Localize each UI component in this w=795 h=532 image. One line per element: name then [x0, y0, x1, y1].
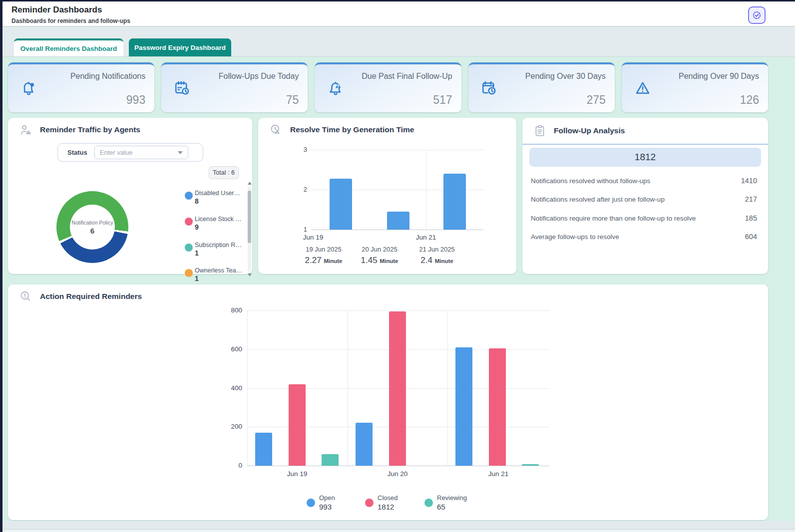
- kpi-pending-over-90-days[interactable]: Pending Over 90 Days 126: [622, 62, 768, 112]
- action-bar-open-jun-19[interactable]: [255, 433, 272, 466]
- stat-value: 2.27: [305, 256, 322, 265]
- stat-date: 19 Jun 2025: [291, 246, 356, 253]
- scrollbar-thumb[interactable]: [248, 191, 251, 243]
- calendar-clock-icon: [480, 79, 498, 99]
- followup-analysis-panel: Follow-Up Analysis 1812 Notifications re…: [522, 118, 768, 274]
- panel-title: Reminder Traffic by Agents: [40, 125, 140, 134]
- legend-dot-icon: [185, 244, 193, 252]
- scroll-down-icon[interactable]: [248, 273, 252, 276]
- tab-label: Overall Reminders Dashboard: [20, 45, 117, 52]
- footer-strip: [0, 530, 795, 532]
- legend-dot-icon: [307, 499, 315, 507]
- stat-unit: Minute: [324, 258, 342, 264]
- agents-chart-icon: [19, 123, 32, 137]
- kpi-label: Follow-Ups Due Today: [219, 72, 299, 81]
- row-value: 217: [745, 195, 757, 203]
- row-value: 604: [745, 233, 757, 241]
- resolve-bar-21-jun-2025[interactable]: [443, 174, 466, 230]
- action-bar-closed-jun-21[interactable]: [489, 348, 506, 466]
- followup-row: Average follow-ups to resolve 604: [531, 232, 757, 242]
- gridline: [426, 150, 426, 230]
- status-filter: Status Enter value: [57, 143, 203, 162]
- scroll-up-icon[interactable]: [248, 182, 252, 185]
- dashboard-tabband: Overall Reminders Dashboard Password Exp…: [0, 26, 795, 57]
- followup-headline-value: 1812: [529, 148, 761, 167]
- legend-value: 65: [437, 503, 467, 511]
- action-required-panel: Action Required Reminders 800 600 400 20…: [8, 284, 768, 520]
- stat-value: 2.4: [420, 256, 432, 265]
- chevron-down-icon: [178, 151, 183, 154]
- kpi-label: Due Past Final Follow-Up: [362, 72, 452, 81]
- stat-value: 1.45: [361, 256, 378, 265]
- followup-row: Notifications resolved after just one fo…: [531, 194, 757, 204]
- legend-item-license-stock[interactable]: License Stock … 9: [185, 216, 248, 231]
- kpi-value: 275: [586, 93, 605, 107]
- action-bar-reviewing-jun-21[interactable]: [522, 464, 539, 466]
- x-tick: Jun 20: [378, 470, 417, 478]
- gridline: [311, 150, 483, 150]
- window-left-edge: [0, 0, 2, 532]
- row-label: Notifications require more than one foll…: [531, 215, 696, 222]
- y-tick: 400: [219, 384, 242, 392]
- kpi-pending-over-30-days[interactable]: Pending Over 30 Days 275: [468, 62, 615, 112]
- legend-item-subscription[interactable]: Subscription R… 1: [185, 242, 248, 257]
- window-top-edge: [0, 0, 795, 1]
- action-bar-open-jun-20[interactable]: [356, 423, 373, 466]
- legend-item-disabled-user[interactable]: Disabled User… 8: [185, 190, 248, 205]
- legend-value: 8: [195, 197, 248, 205]
- warning-triangle-icon: [634, 79, 652, 99]
- panel-header: Action Required Reminders: [8, 284, 768, 308]
- status-select[interactable]: Enter value: [94, 146, 188, 159]
- reminder-traffic-panel: Reminder Traffic by Agents Status Enter …: [8, 118, 252, 274]
- kpi-followups-due-today[interactable]: Follow-Ups Due Today 75: [161, 62, 308, 112]
- kpi-pending-notifications[interactable]: Pending Notifications 993: [8, 62, 154, 112]
- footer-band: [0, 521, 795, 532]
- tab-label: Password Expiry Dashboard: [134, 44, 226, 51]
- resolve-bar-19-jun-2025[interactable]: [330, 179, 352, 230]
- kpi-label: Pending Over 90 Days: [679, 72, 759, 81]
- legend-item-open[interactable]: Open 993: [307, 494, 335, 511]
- traffic-donut-chart[interactable]: [56, 191, 128, 263]
- action-bar-closed-jun-20[interactable]: [389, 311, 406, 466]
- resolve-plot: [311, 150, 483, 230]
- search-alert-icon: [19, 290, 32, 303]
- total-badge: Total : 6: [209, 166, 239, 179]
- resolve-time-panel: Resolve Time by Generation Time 3 2 1 Ju…: [258, 118, 516, 274]
- resolve-stat-jun19: 19 Jun 2025 2.27 Minute: [291, 246, 356, 266]
- legend-label: Disabled User…: [195, 190, 247, 197]
- y-tick: 1: [292, 226, 307, 233]
- gridline: [447, 310, 448, 466]
- resolve-bar-20-jun-2025[interactable]: [387, 212, 409, 230]
- action-plot: [247, 310, 550, 466]
- action-bar-reviewing-jun-19[interactable]: [322, 454, 339, 466]
- clipboard-icon: [533, 124, 546, 137]
- kpi-value: 993: [126, 93, 145, 107]
- legend-item-closed[interactable]: Closed 1812: [365, 494, 398, 511]
- y-tick: 0: [219, 462, 242, 469]
- legend-value: 993: [319, 503, 335, 511]
- calendar-check-icon: [173, 79, 191, 99]
- y-tick: 800: [219, 306, 242, 314]
- row-value: 1410: [741, 177, 757, 185]
- action-bar-open-jun-21[interactable]: [455, 347, 472, 466]
- x-tick: Jun 19: [298, 234, 328, 241]
- panel-title: Action Required Reminders: [40, 292, 142, 301]
- y-tick: 600: [219, 345, 242, 353]
- tab-overall-reminders-dashboard[interactable]: Overall Reminders Dashboard: [14, 38, 123, 56]
- tab-password-expiry-dashboard[interactable]: Password Expiry Dashboard: [129, 38, 231, 56]
- kpi-value: 126: [740, 93, 759, 107]
- kpi-due-past-final-followup[interactable]: Due Past Final Follow-Up 517: [315, 62, 461, 112]
- legend-value: 9: [195, 223, 248, 231]
- app-header: Reminder Dashboards Dashboards for remin…: [0, 1, 795, 26]
- legend-label: Open: [319, 494, 335, 502]
- legend-item-reviewing[interactable]: Reviewing 65: [424, 494, 467, 511]
- legend-item-ownerless-team[interactable]: Ownerless Tea… 1: [185, 267, 248, 282]
- bell-alert-icon: [327, 79, 345, 99]
- followup-row: Notifications resolved without follow-up…: [531, 176, 757, 186]
- legend-value: 1: [195, 249, 248, 257]
- legend-label: License Stock …: [195, 216, 247, 223]
- legend-scrollbar[interactable]: [248, 182, 252, 276]
- action-bar-closed-jun-19[interactable]: [289, 384, 306, 466]
- status-select-placeholder: Enter value: [100, 149, 133, 156]
- reminder-settings-button[interactable]: [748, 6, 766, 24]
